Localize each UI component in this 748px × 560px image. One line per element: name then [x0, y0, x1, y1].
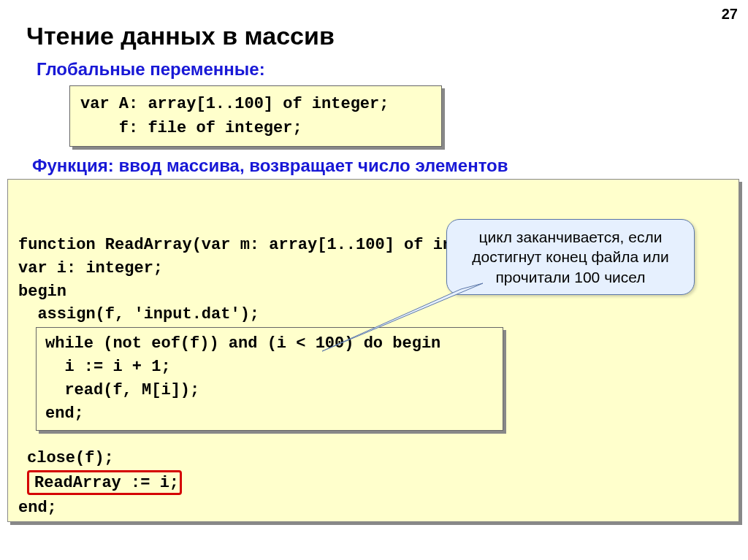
page-title: Чтение данных в массив [0, 0, 748, 56]
code-end: end; [18, 496, 57, 520]
highlight-readarray [27, 470, 182, 495]
page-number: 27 [722, 6, 738, 23]
section-globals-label: Глобальные переменные: [0, 59, 748, 80]
callout-tail-icon [315, 282, 490, 362]
code-function-block: function ReadArray(var m: array[1..100] … [7, 179, 739, 522]
svg-marker-0 [322, 283, 483, 351]
code-globals: var A: array[1..100] of integer; f: file… [69, 85, 442, 147]
section-function-label: Функция: ввод массива, возвращает число … [0, 156, 748, 176]
code-close: close(f); [27, 447, 114, 470]
